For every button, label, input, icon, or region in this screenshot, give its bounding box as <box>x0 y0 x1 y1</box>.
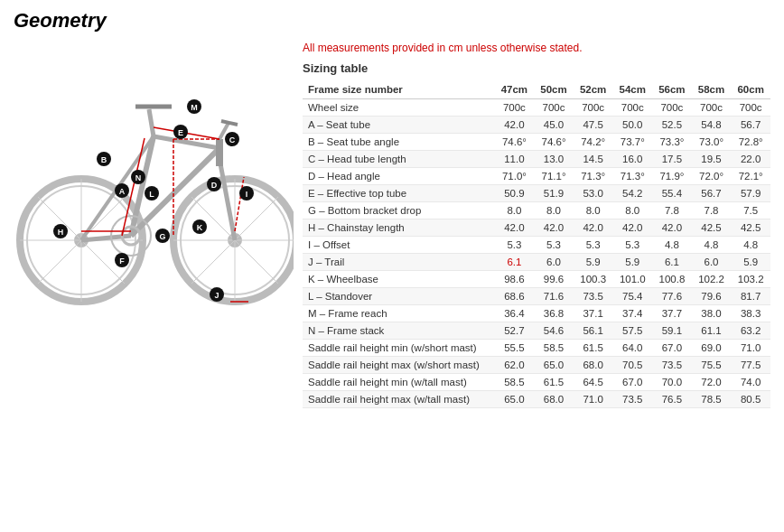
cell-value: 71.3° <box>574 168 613 185</box>
row-label: A – Seat tube <box>303 117 495 134</box>
cell-value: 76.5 <box>652 391 692 408</box>
cell-value: 73.5 <box>652 357 692 374</box>
svg-text:G: G <box>159 232 165 241</box>
cell-value: 61.1 <box>692 322 732 340</box>
cell-value: 57.9 <box>731 185 770 202</box>
cell-value: 75.4 <box>612 288 652 305</box>
cell-value: 45.0 <box>534 117 574 134</box>
cell-value: 63.2 <box>731 322 770 340</box>
cell-value: 52.7 <box>495 322 535 340</box>
cell-value: 103.2 <box>731 271 770 288</box>
cell-value: 70.5 <box>612 357 652 374</box>
cell-value: 4.8 <box>652 237 692 254</box>
cell-value: 53.0 <box>574 185 613 202</box>
table-row: N – Frame stack52.754.656.157.559.161.16… <box>303 322 770 340</box>
cell-value: 55.5 <box>495 340 535 357</box>
table-row: A – Seat tube42.045.047.550.052.554.856.… <box>303 117 770 134</box>
cell-value: 17.5 <box>652 151 692 168</box>
cell-value: 77.5 <box>731 357 770 374</box>
cell-value: 7.8 <box>692 202 732 219</box>
cell-value: 62.0 <box>495 357 535 374</box>
cell-value: 71.0 <box>731 340 770 357</box>
svg-text:H: H <box>58 228 64 237</box>
row-label: E – Effective top tube <box>303 185 495 202</box>
cell-value: 56.7 <box>692 185 732 202</box>
cell-value: 50.9 <box>495 185 535 202</box>
svg-line-16 <box>154 136 219 148</box>
table-row: C – Head tube length11.013.014.516.017.5… <box>303 151 770 168</box>
cell-value: 79.6 <box>692 288 732 305</box>
cell-value: 42.0 <box>612 219 652 237</box>
col-header-label: Frame size number <box>303 80 495 99</box>
cell-value: 77.6 <box>652 288 692 305</box>
cell-value: 5.9 <box>612 254 652 271</box>
svg-text:I: I <box>246 190 248 199</box>
col-header-54cm: 54cm <box>612 80 652 99</box>
cell-value: 78.5 <box>692 391 732 408</box>
cell-value: 700c <box>574 99 613 117</box>
table-row: L – Standover68.671.673.575.477.679.681.… <box>303 288 770 305</box>
cell-value: 37.1 <box>574 305 613 322</box>
page: Geometry <box>0 0 784 417</box>
cell-value: 71.0° <box>495 168 535 185</box>
cell-value: 5.9 <box>574 254 613 271</box>
row-label: N – Frame stack <box>303 322 495 340</box>
cell-value: 68.6 <box>495 288 535 305</box>
col-header-52cm: 52cm <box>574 80 613 99</box>
svg-line-32 <box>235 177 244 231</box>
svg-text:D: D <box>211 181 218 190</box>
cell-value: 73.3° <box>652 134 692 151</box>
cell-value: 74.2° <box>574 134 613 151</box>
cell-value: 69.0 <box>692 340 732 357</box>
cell-value: 37.7 <box>652 305 692 322</box>
svg-text:E: E <box>178 128 183 137</box>
cell-value: 72.0 <box>692 374 732 391</box>
svg-text:F: F <box>119 257 125 266</box>
cell-value: 65.0 <box>534 357 574 374</box>
col-header-50cm: 50cm <box>534 80 574 99</box>
row-label: J – Trail <box>303 254 495 271</box>
cell-value: 71.9° <box>652 168 692 185</box>
cell-value: 72.8° <box>731 134 770 151</box>
cell-value: 56.1 <box>574 322 613 340</box>
row-label: G – Bottom bracket drop <box>303 202 495 219</box>
table-row: D – Head angle71.0°71.1°71.3°71.3°71.9°7… <box>303 168 770 185</box>
svg-text:K: K <box>197 223 203 232</box>
svg-text:C: C <box>229 135 236 145</box>
page-title: Geometry <box>14 9 770 33</box>
cell-value: 4.8 <box>731 237 770 254</box>
cell-value: 100.3 <box>574 271 613 288</box>
svg-text:M: M <box>191 103 198 112</box>
cell-value: 61.5 <box>574 340 613 357</box>
cell-value: 74.0 <box>731 374 770 391</box>
table-row: I – Offset5.35.35.35.34.84.84.8 <box>303 237 770 254</box>
cell-value: 42.5 <box>692 219 732 237</box>
cell-value: 55.4 <box>652 185 692 202</box>
svg-text:N: N <box>135 173 142 182</box>
cell-value: 36.4 <box>495 305 535 322</box>
cell-value: 67.0 <box>612 374 652 391</box>
cell-value: 42.0 <box>534 219 574 237</box>
svg-text:A: A <box>119 187 126 196</box>
content-area: B A N L E M C D <box>14 42 770 408</box>
cell-value: 56.7 <box>731 117 770 134</box>
cell-value: 100.8 <box>652 271 692 288</box>
cell-value: 81.7 <box>731 288 770 305</box>
cell-value: 6.0 <box>692 254 732 271</box>
cell-value: 42.0 <box>495 219 535 237</box>
bike-svg: B A N L E M C D <box>14 42 294 313</box>
cell-value: 4.8 <box>692 237 732 254</box>
cell-value: 22.0 <box>731 151 770 168</box>
cell-value: 36.8 <box>534 305 574 322</box>
cell-value: 700c <box>652 99 692 117</box>
cell-value: 51.9 <box>534 185 574 202</box>
col-header-56cm: 56cm <box>652 80 692 99</box>
cell-value: 6.1 <box>652 254 692 271</box>
cell-value: 98.6 <box>495 271 535 288</box>
cell-value: 73.5 <box>574 288 613 305</box>
cell-value: 11.0 <box>495 151 535 168</box>
col-header-60cm: 60cm <box>731 80 770 99</box>
cell-value: 58.5 <box>495 374 535 391</box>
table-row: Saddle rail height min (w/tall mast)58.5… <box>303 374 770 391</box>
cell-value: 38.3 <box>731 305 770 322</box>
